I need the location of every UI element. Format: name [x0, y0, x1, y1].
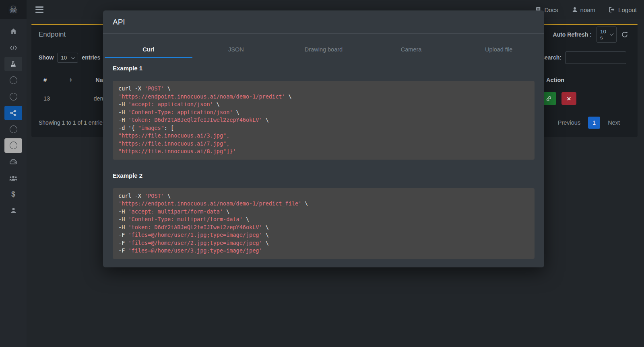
circle-icon: [10, 142, 17, 149]
sidebar-item-circle[interactable]: [0, 121, 27, 138]
user-icon: [572, 7, 578, 12]
tab-camera[interactable]: Camera: [367, 43, 455, 58]
sidebar-item-circle[interactable]: [0, 88, 27, 105]
share-icon: [10, 110, 17, 116]
sidebar-item-user[interactable]: [0, 203, 27, 219]
modal-body: Example 1curl -X 'POST' \'https://endpoi…: [103, 58, 544, 259]
sidebar: ☠ $: [0, 0, 27, 347]
pagination: Previous 1 Next: [558, 117, 620, 129]
tab-drawing-board[interactable]: Drawing board: [280, 43, 367, 58]
sidebar-item-home[interactable]: [0, 23, 27, 40]
code-icon: [10, 45, 17, 51]
home-icon: [10, 28, 17, 35]
column-header-action: Action: [546, 77, 564, 83]
server-icon: [10, 159, 17, 164]
logout-label: Logout: [618, 6, 637, 13]
curl-code-block: curl -X 'POST' \'https://endpoint.innocu…: [113, 188, 535, 259]
auto-refresh-label: Auto Refresh :: [553, 31, 592, 38]
sidebar-item-share[interactable]: [0, 105, 27, 121]
sidebar-item-circle[interactable]: [0, 72, 27, 89]
username-label: noam: [580, 6, 596, 13]
sidebar-item-code[interactable]: [0, 40, 27, 56]
example-heading: Example 2: [113, 172, 535, 179]
logout-button[interactable]: Logout: [609, 6, 637, 13]
tab-json[interactable]: JSON: [192, 43, 280, 58]
chevron-down-icon: [610, 32, 614, 36]
search-input[interactable]: [565, 51, 626, 64]
card-title: Endpoint: [39, 31, 66, 39]
page: Docs noam Logout ☠ $ Endpoint: [0, 0, 644, 347]
dollar-icon: $: [11, 191, 15, 198]
cell-id: 13: [43, 95, 69, 102]
sort-icon[interactable]: ▲▼: [69, 78, 81, 83]
api-modal-header: API: [103, 10, 544, 34]
modal-title: API: [113, 18, 125, 27]
next-page-button[interactable]: Next: [608, 119, 620, 126]
sidebar-item-dollar[interactable]: $: [0, 186, 27, 203]
entries-label: entries: [82, 54, 100, 61]
chevron-down-icon: [71, 55, 75, 59]
current-page-button[interactable]: 1: [588, 117, 600, 129]
skull-logo-icon: ☠: [9, 4, 18, 15]
page-size-select[interactable]: 10: [57, 53, 78, 63]
logout-icon: [609, 7, 615, 12]
delete-button[interactable]: ×: [561, 92, 576, 105]
tab-upload-file[interactable]: Upload file: [455, 43, 543, 58]
curl-code-block: curl -X 'POST' \'https://endpoint.innocu…: [113, 81, 535, 160]
sidebar-item-circle[interactable]: [0, 138, 27, 154]
api-modal: API CurlJSONDrawing boardCameraUpload fi…: [103, 10, 544, 267]
sidebar-item-flask[interactable]: [0, 56, 27, 72]
show-label: Show: [39, 54, 54, 61]
docs-label: Docs: [544, 6, 558, 13]
hamburger-menu-icon[interactable]: [35, 6, 43, 13]
modal-tabs: CurlJSONDrawing boardCameraUpload file: [103, 43, 544, 58]
close-icon: ×: [567, 95, 571, 102]
circle-icon: [10, 76, 17, 84]
circle-icon: [10, 93, 17, 101]
user-icon: [10, 207, 17, 214]
users-icon: [9, 175, 17, 181]
user-menu[interactable]: noam: [572, 6, 596, 13]
sidebar-item-server[interactable]: [0, 154, 27, 170]
app-logo[interactable]: ☠: [0, 0, 27, 19]
example-heading: Example 1: [113, 65, 535, 72]
column-header-id[interactable]: #: [43, 77, 69, 83]
link-icon: [546, 95, 552, 102]
tab-curl[interactable]: Curl: [105, 43, 192, 58]
circle-icon: [10, 125, 17, 133]
previous-page-button[interactable]: Previous: [558, 119, 580, 126]
entries-summary: Showing 1 to 1 of 1 entries: [39, 119, 105, 126]
sidebar-item-users[interactable]: [0, 170, 27, 187]
refresh-icon[interactable]: [621, 31, 628, 38]
auto-refresh-select[interactable]: 10 s: [597, 27, 617, 43]
flask-icon: [10, 61, 16, 67]
